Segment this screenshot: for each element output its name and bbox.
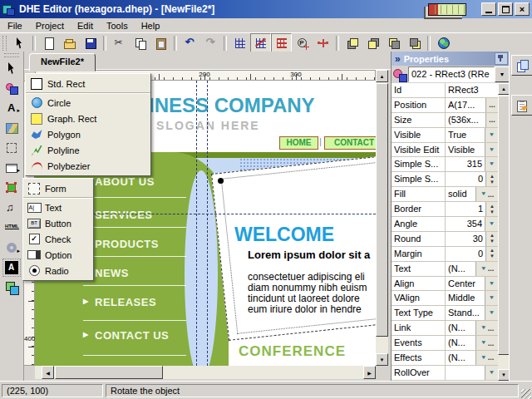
property-control[interactable] [485, 217, 498, 231]
snap-to-point-button[interactable] [292, 33, 313, 52]
property-control[interactable] [485, 202, 498, 216]
resize-mode-button[interactable] [313, 33, 333, 52]
property-value[interactable]: 0 [446, 247, 485, 261]
horizontal-scrollbar[interactable]: ◀ ▶ [35, 366, 376, 379]
property-grid-scrollbar[interactable]: ▲ ▼ [498, 83, 510, 381]
property-control[interactable] [485, 143, 498, 157]
property-control[interactable] [475, 336, 498, 350]
property-control[interactable] [475, 321, 498, 335]
vertical-guide[interactable] [207, 81, 208, 366]
design-nav-item[interactable]: RELEASES [95, 296, 156, 308]
ring-tool[interactable] [2, 239, 22, 257]
object-selector[interactable]: 022 - RRect3 (RRe [408, 66, 495, 82]
chevron-icon[interactable]: » [395, 53, 401, 65]
context-menu-item[interactable]: Radio [23, 263, 93, 278]
design-home-button[interactable]: HOME [279, 136, 318, 150]
property-control[interactable] [475, 187, 498, 201]
property-value[interactable] [446, 366, 485, 380]
marquee-tool[interactable] [2, 139, 22, 157]
scroll-right-button[interactable]: ▶ [363, 366, 376, 379]
send-to-back-button[interactable] [362, 33, 383, 52]
scroll-thumb[interactable] [498, 96, 510, 355]
new-button[interactable] [38, 33, 59, 52]
design-contact-button[interactable]: CONTACT [324, 136, 376, 150]
preview-button[interactable] [433, 33, 454, 52]
copy-button[interactable] [130, 33, 150, 52]
property-value[interactable]: 0 [446, 172, 485, 186]
property-value[interactable]: Visible [446, 143, 485, 157]
undo-button[interactable] [180, 33, 200, 52]
text-tool[interactable] [2, 99, 22, 117]
design-nav-item[interactable]: PRODUCTS [95, 238, 159, 250]
toolbox-handle[interactable] [4, 53, 19, 57]
bring-to-front-button[interactable] [342, 33, 362, 52]
sound-tool[interactable] [2, 199, 22, 217]
design-nav-item[interactable]: SERVICES [95, 209, 153, 221]
property-value[interactable]: 315 [446, 157, 485, 171]
vertical-scroll-thumb[interactable] [376, 83, 388, 337]
menu-item[interactable]: Edit [71, 19, 100, 32]
context-menu-item[interactable]: Polybezier [26, 158, 150, 174]
property-value[interactable]: A(17... [446, 98, 485, 112]
menu-item[interactable]: Project [29, 19, 71, 32]
image-tool[interactable] [2, 119, 22, 137]
property-value[interactable]: 354 [446, 217, 485, 231]
cut-button[interactable] [109, 33, 130, 52]
snap-to-grid-button[interactable] [250, 33, 271, 52]
property-control[interactable] [485, 128, 498, 142]
menu-item[interactable]: Help [135, 19, 167, 32]
property-value[interactable]: solid [446, 187, 475, 201]
context-menu-item[interactable]: Std. Rect [26, 76, 150, 93]
design-nav-item[interactable]: ABOUT US [95, 175, 155, 188]
context-menu-item[interactable]: Circle [26, 95, 150, 111]
layout-tool[interactable] [2, 278, 22, 297]
object-selector-dropdown-button[interactable]: ▼ [495, 66, 510, 82]
property-value[interactable]: RRect3 [446, 83, 498, 97]
vertical-guide[interactable] [196, 81, 197, 366]
property-value[interactable]: 1 [446, 202, 485, 216]
scroll-down-button[interactable]: ▼ [498, 369, 510, 381]
scroll-left-button[interactable]: ◀ [42, 366, 54, 379]
context-menu-item[interactable]: Button [23, 215, 93, 231]
show-grid-button[interactable] [229, 33, 250, 52]
context-menu-item[interactable]: Polyline [26, 142, 150, 158]
property-value[interactable]: (N... [446, 351, 475, 365]
property-control[interactable] [485, 277, 498, 291]
property-value[interactable]: Stand... [446, 306, 485, 320]
context-menu-item[interactable]: Graph. Rect [26, 111, 150, 126]
shape-tool[interactable] [2, 79, 22, 97]
property-value[interactable]: (N... [446, 336, 475, 350]
open-button[interactable] [59, 33, 80, 52]
property-control[interactable] [485, 157, 498, 171]
edit-object-properties-button[interactable] [511, 95, 532, 116]
context-menu-item[interactable]: Text [23, 200, 93, 215]
document-tab[interactable]: NewFile2* [29, 53, 96, 71]
menu-item[interactable]: File [1, 19, 29, 32]
design-nav-item[interactable]: CONTACT US [95, 329, 169, 342]
horizontal-scroll-thumb[interactable] [55, 366, 163, 379]
close-button[interactable]: × [515, 2, 530, 16]
property-control[interactable] [485, 291, 498, 305]
context-menu-item[interactable]: Check [23, 231, 93, 247]
anchor-text-tool[interactable] [2, 259, 22, 277]
rect-select-tool[interactable] [2, 179, 22, 197]
html-tool[interactable] [2, 219, 22, 237]
context-menu-item[interactable]: Polygon [26, 126, 150, 142]
pages-button[interactable] [511, 55, 532, 76]
context-menu-item[interactable]: Option [23, 247, 93, 263]
property-control[interactable] [485, 172, 498, 186]
form-tool[interactable] [2, 159, 22, 177]
select-tool-button[interactable] [9, 33, 30, 52]
property-control[interactable] [485, 113, 498, 127]
property-control[interactable] [485, 366, 498, 380]
resize-grip[interactable] [521, 389, 531, 399]
send-backward-button[interactable] [404, 33, 425, 52]
menu-item[interactable]: Tools [100, 19, 135, 32]
property-control[interactable] [485, 232, 498, 246]
property-value[interactable]: (N... [446, 321, 475, 335]
property-control[interactable] [475, 262, 498, 276]
scroll-up-button[interactable]: ▲ [376, 70, 388, 82]
guides-button[interactable] [271, 33, 292, 52]
minimize-button[interactable] [481, 2, 496, 16]
property-value[interactable]: Middle [446, 291, 485, 305]
